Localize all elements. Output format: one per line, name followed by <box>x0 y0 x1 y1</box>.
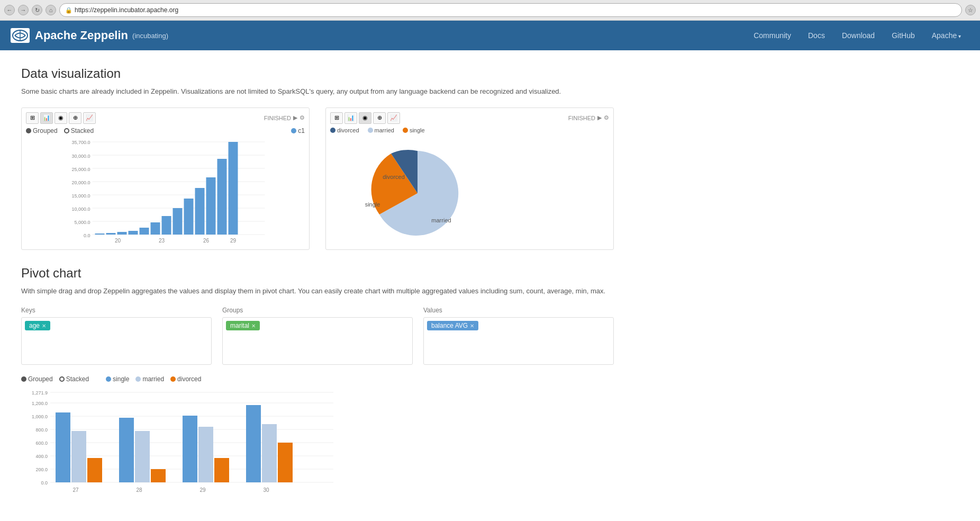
brand[interactable]: Apache Zeppelin (incubating) <box>11 28 168 43</box>
marital-tag-label: marital <box>230 322 249 329</box>
pivot-values-title: Values <box>423 307 614 314</box>
pivot-values-col: Values balance AVG ✕ <box>423 307 614 365</box>
svg-rect-56 <box>87 458 102 482</box>
refresh-button[interactable]: ↻ <box>32 5 42 15</box>
nav-download[interactable]: Download <box>833 27 883 44</box>
data-viz-desc: Some basic charts are already included i… <box>21 86 614 97</box>
svg-rect-22 <box>140 228 149 235</box>
bar-tool-btn[interactable]: 📊 <box>40 112 53 124</box>
svg-rect-20 <box>117 232 127 235</box>
svg-rect-24 <box>162 216 171 235</box>
svg-rect-67 <box>262 424 277 482</box>
bar-chart-toolbar: ⊞ 📊 ◉ ⊕ 📈 FINISHED ▶ ⚙ <box>26 112 305 124</box>
nav-github[interactable]: GitHub <box>883 27 923 44</box>
pie-bar-btn[interactable]: 📊 <box>344 112 357 124</box>
married-legend: married <box>368 127 394 133</box>
pie-pie-btn[interactable]: ◉ <box>359 112 371 124</box>
pie-chart-box: ⊞ 📊 ◉ ⊕ 📈 FINISHED ▶ ⚙ divorced <box>325 107 614 250</box>
pie-tool-btn[interactable]: ◉ <box>55 112 67 124</box>
svg-rect-60 <box>151 469 166 482</box>
pivot-groups-box[interactable]: marital ✕ <box>222 317 413 365</box>
bookmark-button[interactable]: ☆ <box>965 5 976 15</box>
scatter-tool-btn[interactable]: ⊕ <box>69 112 81 124</box>
pie-line-btn[interactable]: 📈 <box>387 112 400 124</box>
svg-rect-19 <box>106 233 116 235</box>
svg-rect-18 <box>95 233 105 235</box>
svg-text:5,000.0: 5,000.0 <box>74 220 90 225</box>
marital-tag-remove[interactable]: ✕ <box>251 323 256 329</box>
svg-rect-58 <box>119 418 134 482</box>
c1-legend: c1 <box>291 127 305 134</box>
nav-links: Community Docs Download GitHub Apache <box>745 27 969 44</box>
bar-chart-tools: ⊞ 📊 ◉ ⊕ 📈 <box>26 112 96 124</box>
pivot-groups-title: Groups <box>222 307 413 314</box>
svg-text:divorced: divorced <box>383 174 405 180</box>
svg-text:600.0: 600.0 <box>35 441 48 446</box>
divorced-dot2 <box>170 376 176 382</box>
divorced-dot <box>330 128 335 133</box>
age-tag-remove[interactable]: ✕ <box>42 323 46 329</box>
age-tag[interactable]: age ✕ <box>25 321 50 330</box>
line-tool-btn[interactable]: 📈 <box>83 112 96 124</box>
pivot-title: Pivot chart <box>21 266 614 281</box>
balance-tag-remove[interactable]: ✕ <box>470 323 474 329</box>
nav-docs[interactable]: Docs <box>800 27 833 44</box>
forward-button[interactable]: → <box>18 5 29 15</box>
pivot-values-box[interactable]: balance AVG ✕ <box>423 317 614 365</box>
table-tool-btn[interactable]: ⊞ <box>26 112 39 124</box>
svg-text:29: 29 <box>199 487 206 493</box>
svg-text:0.0: 0.0 <box>84 233 90 238</box>
lock-icon: 🔒 <box>65 7 72 14</box>
pivot-keys-title: Keys <box>21 307 212 314</box>
svg-rect-28 <box>206 177 216 235</box>
svg-rect-23 <box>151 222 160 235</box>
pivot-groups-col: Groups marital ✕ <box>222 307 413 365</box>
married-dot2 <box>135 376 141 382</box>
charts-row: ⊞ 📊 ◉ ⊕ 📈 FINISHED ▶ ⚙ Grouped <box>21 107 614 250</box>
age-tag-label: age <box>29 322 40 329</box>
pivot-desc: With simple drag and drop Zeppelin aggre… <box>21 286 614 297</box>
incubating-label: (incubating) <box>132 32 168 40</box>
svg-text:10,000.0: 10,000.0 <box>71 206 90 212</box>
c1-dot <box>291 128 296 133</box>
nav-community[interactable]: Community <box>745 27 800 44</box>
svg-text:1,271.9: 1,271.9 <box>32 390 48 396</box>
back-button[interactable]: ← <box>4 5 15 15</box>
svg-rect-63 <box>198 427 213 482</box>
stacked-circle2 <box>59 376 65 382</box>
pie-scatter-btn[interactable]: ⊕ <box>373 112 386 124</box>
stacked-legend: Stacked <box>64 127 94 134</box>
nav-apache[interactable]: Apache <box>923 27 969 44</box>
grouped-dot2 <box>21 376 26 382</box>
home-button[interactable]: ⌂ <box>46 5 56 15</box>
pie-settings-icon[interactable]: ⚙ <box>604 114 609 121</box>
svg-text:20: 20 <box>115 238 121 244</box>
married-legend2: married <box>135 375 164 383</box>
svg-text:28: 28 <box>136 487 142 493</box>
bar-chart-svg: 35,700.0 30,000.0 25,000.0 20,000.0 15,0… <box>26 138 305 244</box>
pie-run-icon[interactable]: ▶ <box>597 114 602 121</box>
address-bar[interactable]: 🔒 https://zeppelin.incubator.apache.org <box>59 3 962 17</box>
balance-tag-label: balance AVG <box>431 322 468 329</box>
svg-rect-26 <box>184 199 194 235</box>
pivot-keys-box[interactable]: age ✕ <box>21 317 212 365</box>
data-viz-title: Data visualization <box>21 66 614 81</box>
pie-table-btn[interactable]: ⊞ <box>330 112 343 124</box>
logo <box>11 28 30 43</box>
divorced-label: divorced <box>337 127 359 133</box>
marital-tag[interactable]: marital ✕ <box>226 321 260 330</box>
svg-text:20,000.0: 20,000.0 <box>71 180 90 185</box>
svg-rect-66 <box>246 405 261 482</box>
navbar: Apache Zeppelin (incubating) Community D… <box>0 21 980 50</box>
pie-legend: divorced married single <box>330 127 609 133</box>
bar-chart-status-text: FINISHED <box>264 115 291 121</box>
settings-icon[interactable]: ⚙ <box>300 114 305 121</box>
run-icon[interactable]: ▶ <box>293 114 297 121</box>
balance-tag[interactable]: balance AVG ✕ <box>427 321 478 330</box>
divorced-legend2: divorced <box>170 375 201 383</box>
svg-text:400.0: 400.0 <box>35 454 48 459</box>
browser-chrome: ← → ↻ ⌂ 🔒 https://zeppelin.incubator.apa… <box>0 0 980 21</box>
grouped-chart-legend: Grouped Stacked single married divorced <box>21 375 614 383</box>
pie-chart-toolbar: ⊞ 📊 ◉ ⊕ 📈 FINISHED ▶ ⚙ <box>330 112 609 124</box>
single-dot <box>403 128 408 133</box>
